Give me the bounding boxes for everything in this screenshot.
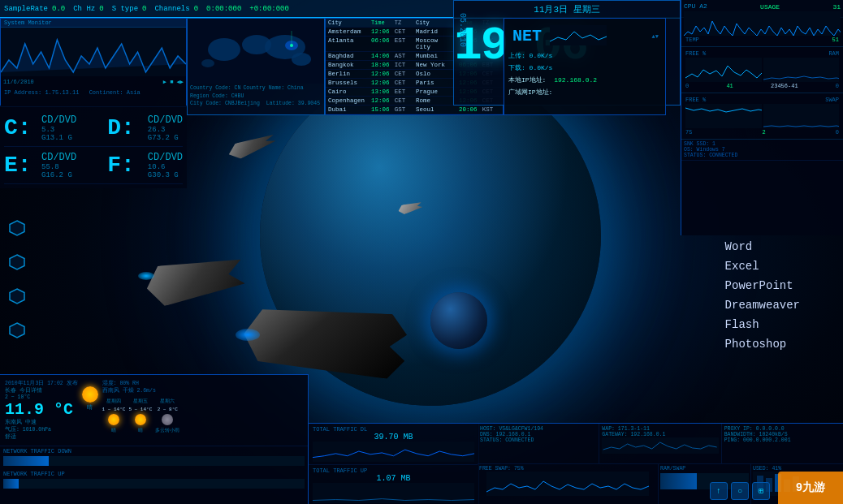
topbar-value1: 0:00:000 <box>206 5 241 13</box>
svg-marker-11 <box>10 221 24 235</box>
topbar-samplerate: SampleRate 0.0 <box>4 5 65 13</box>
weather-temp: 11.9 °C <box>5 400 78 419</box>
svg-marker-14 <box>10 323 24 338</box>
total-dl-section: TOTAL TRAFFIC DL 39.70 MB <box>309 424 478 465</box>
audio-graph <box>1 28 186 76</box>
proxy-section: PROXY IP: 0.0.0.0.0 BANDWIDTH: 10240kB/S… <box>722 424 843 463</box>
net-widget: NET ▲▼ 上传: 0.0K/s 下载: 0.0K/s 本地IP地址: 192… <box>504 18 666 115</box>
right-system-panel: CPU A2 USAGE 31 TEMP 51 FREE % RAM <box>681 0 843 235</box>
net-local-ip-label: 本地IP地址: 192.168.0.2 <box>504 74 665 86</box>
bottom-center-panel: TOTAL TRAFFIC DL 39.70 MB TOTAL TRAFFIC … <box>309 423 479 504</box>
topbar-value2: +0:00:000 <box>249 5 289 13</box>
logo-9game: 9九游 <box>778 472 843 504</box>
drive-e: E: CD/DVD 55.8 G16.2 G F: CD/DVD 10.6 G3… <box>4 147 183 184</box>
app-flash[interactable]: Flash <box>723 317 802 332</box>
taskbar-icons: ↑ ○ ⊞ <box>710 482 770 500</box>
app-powerpoint[interactable]: PowerPoint <box>723 278 802 293</box>
net-download: 下载: 0.0K/s <box>504 62 665 74</box>
hex-icons-panel <box>8 219 26 339</box>
weather-day-1: 星期四 1 ~ 14°C 晴 <box>102 398 126 434</box>
svg-marker-12 <box>10 255 24 269</box>
bottom-left-panel: 2010年11月3日 17:02 发布 长春 今日详情 2 ~ 10°C 11.… <box>0 374 309 504</box>
clock-date: 11月3日 星期三 <box>454 1 680 19</box>
total-ul-section: TOTAL TRAFFIC UP 1.07 MB <box>309 465 478 504</box>
app-excel[interactable]: Excel <box>723 259 802 274</box>
world-map-widget: Country Code: CN Country Name: China Reg… <box>187 18 325 115</box>
planet-small <box>430 292 487 349</box>
audio-widget-title: System Monitor <box>1 19 186 28</box>
app-photoshop[interactable]: Photoshop <box>723 337 802 351</box>
weather-day-3: 星期六 2 ~ 8°C 多云转小雨 <box>155 398 179 434</box>
tz-row-9: Dubai15:06GSTSeoul20:06KST <box>326 106 503 114</box>
hex-icon-4[interactable] <box>8 321 26 339</box>
sys-info: SNK SSD: 1 OS: Windows 7 STATUS: CONNECT… <box>681 140 843 161</box>
sun-icon <box>82 386 98 403</box>
taskbar-icon-3[interactable]: ⊞ <box>752 482 770 500</box>
free-swap-section: FREE % SWAP 75 2 0 <box>681 93 843 140</box>
taskbar-icon-2[interactable]: ○ <box>731 482 749 500</box>
svg-point-1 <box>208 38 240 61</box>
topbar-channels: Channels 0 <box>154 5 198 13</box>
hex-icon-2[interactable] <box>8 253 26 271</box>
app-menu: Word Excel PowerPoint Dreamweaver Flash … <box>723 239 802 351</box>
ul-graph <box>313 483 474 503</box>
taskbar-icon-1[interactable]: ↑ <box>710 482 728 500</box>
drives-panel: C: CD/DVD 5.3 G13.1 G D: CD/DVD 26.3 G73… <box>0 106 187 188</box>
network-info-section: HOST: VS&LG&CFW1/194 DNS: 192.168.0.1 ST… <box>478 424 599 463</box>
engine-glow-2 <box>236 329 260 341</box>
app-dreamweaver[interactable]: Dreamweaver <box>723 298 802 312</box>
net-local-ip-value: 192.168.0.2 <box>554 76 597 84</box>
app-word[interactable]: Word <box>723 239 802 254</box>
svg-point-5 <box>201 59 214 67</box>
clock-year: 05.2010 <box>458 13 467 47</box>
traffic-down-section: NETWORK TRAFFIC DOWN <box>0 446 308 469</box>
svg-point-4 <box>292 53 311 66</box>
weather-section: 2010年11月3日 17:02 发布 长春 今日详情 2 ~ 10°C 11.… <box>0 375 308 446</box>
dl-graph <box>313 442 474 462</box>
net-gateway-label: 广域网IP地址: <box>504 86 665 98</box>
svg-marker-13 <box>10 289 24 304</box>
cpu-bar <box>684 11 841 36</box>
ram-swap-graph: FREE SWAP: 75% <box>478 464 659 504</box>
traffic-up-section: NETWORK TRAFFIC UP <box>0 469 308 492</box>
net-title: NET <box>508 23 546 50</box>
world-map <box>188 19 324 84</box>
topbar-ch-hz: Ch Hz 0 <box>73 5 103 13</box>
net-upload: 上传: 0.0K/s <box>504 50 665 62</box>
topbar-stype: S type 0 <box>112 5 147 13</box>
tz-row-10: Helsinki13:06EETStockholm12:06CET <box>326 114 503 115</box>
traffic-up-bar <box>3 479 305 489</box>
cpu-section: CPU A2 USAGE 31 TEMP 51 <box>681 0 843 47</box>
engine-glow-1 <box>138 272 154 280</box>
drive-c: C: CD/DVD 5.3 G13.1 G D: CD/DVD 26.3 G73… <box>4 110 183 147</box>
gateway-section: WAP: 171.3-1-11 GATEWAY: 192.168.0.1 <box>599 424 721 463</box>
ram-section: FREE % RAM 0 41 23456-41 0 <box>681 47 843 93</box>
traffic-down-bar <box>3 456 305 466</box>
hex-icon-3[interactable] <box>8 287 26 305</box>
hex-icon-1[interactable] <box>8 219 26 237</box>
weather-day-2: 星期五 5 ~ 14°C 晴 <box>128 398 152 434</box>
audio-widget: System Monitor 11/6/2010 ▶ ■ ◀▶ IP Addre… <box>0 18 187 107</box>
